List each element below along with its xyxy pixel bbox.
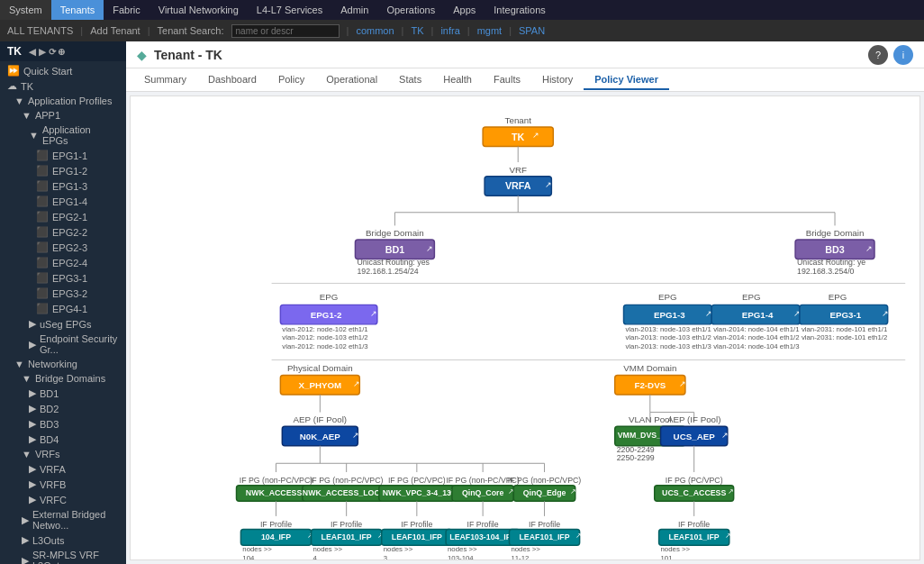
sidebar-epg1-3[interactable]: ⬛ EPG1-3 bbox=[0, 178, 126, 194]
nav-fabric[interactable]: Fabric bbox=[104, 0, 149, 20]
sep3: | bbox=[347, 25, 349, 36]
sidebar-epg1-1[interactable]: ⬛ EPG1-1 bbox=[0, 148, 126, 163]
sidebar-bd4[interactable]: ▶ BD4 bbox=[0, 432, 126, 447]
svg-text:EPG: EPG bbox=[320, 292, 339, 302]
nav-operations[interactable]: Operations bbox=[377, 0, 444, 20]
svg-text:IF Profile: IF Profile bbox=[401, 520, 432, 529]
info-button[interactable]: i bbox=[893, 45, 913, 65]
svg-text:2200-2249: 2200-2249 bbox=[617, 445, 655, 454]
tab-dashboard[interactable]: Dashboard bbox=[197, 70, 267, 90]
tab-history[interactable]: History bbox=[531, 70, 584, 90]
epg-icon-2: ⬛ bbox=[36, 165, 49, 177]
tab-faults[interactable]: Faults bbox=[483, 70, 531, 90]
nav-l4l7[interactable]: L4-L7 Services bbox=[248, 0, 331, 20]
svg-text:BD3: BD3 bbox=[825, 244, 845, 255]
svg-text:vlan-2014: node-104 eth1/2: vlan-2014: node-104 eth1/2 bbox=[713, 333, 799, 341]
svg-text:AEP (IF Pool): AEP (IF Pool) bbox=[294, 414, 348, 424]
sidebar-useg-epgs[interactable]: ▶ uSeg EPGs bbox=[0, 316, 126, 332]
svg-text:vlan-2013: node-103 eth1/2: vlan-2013: node-103 eth1/2 bbox=[625, 333, 711, 341]
nav-admin[interactable]: Admin bbox=[331, 0, 377, 20]
sidebar-epg1-4[interactable]: ⬛ EPG1-4 bbox=[0, 194, 126, 209]
quickstart-icon: ⏩ bbox=[7, 65, 20, 77]
nav-apps[interactable]: Apps bbox=[444, 0, 485, 20]
sidebar-app-epgs[interactable]: ▼ Application EPGs bbox=[0, 123, 126, 148]
sidebar-endpoint-sec[interactable]: ▶ Endpoint Security Gr... bbox=[0, 332, 126, 357]
sidebar-bd3[interactable]: ▶ BD3 bbox=[0, 416, 126, 432]
svg-text:EPG: EPG bbox=[658, 292, 677, 302]
sidebar-vrfb[interactable]: ▶ VRFB bbox=[0, 477, 126, 492]
vrfb-icon: ▶ bbox=[29, 478, 36, 490]
help-button[interactable]: ? bbox=[868, 45, 888, 65]
tab-stats[interactable]: Stats bbox=[388, 70, 432, 90]
svg-text:11-12: 11-12 bbox=[511, 554, 529, 560]
tag-infra[interactable]: infra bbox=[440, 25, 459, 36]
sidebar-app1[interactable]: ▼ APP1 bbox=[0, 108, 126, 123]
nav-integrations[interactable]: Integrations bbox=[485, 0, 554, 20]
epg2-2-label: EPG2-2 bbox=[52, 227, 87, 238]
tag-span[interactable]: SPAN bbox=[519, 25, 545, 36]
svg-text:LEAF101_IFP: LEAF101_IFP bbox=[322, 532, 372, 541]
sidebar-app-profiles[interactable]: ▼ Application Profiles bbox=[0, 94, 126, 108]
svg-text:LEAF101_IFP: LEAF101_IFP bbox=[519, 532, 569, 541]
tabs-bar: Summary Dashboard Policy Operational Sta… bbox=[126, 68, 924, 92]
epg-icon-9: ⬛ bbox=[36, 272, 49, 284]
tk-label: TK bbox=[21, 81, 33, 92]
sidebar-item-tk[interactable]: ☁ TK bbox=[0, 78, 126, 94]
tab-operational[interactable]: Operational bbox=[315, 70, 388, 90]
all-tenants-link[interactable]: ALL TENANTS bbox=[7, 25, 73, 36]
sidebar-vrfc[interactable]: ▶ VRFC bbox=[0, 492, 126, 507]
sidebar-vrfs[interactable]: ▼ VRFs bbox=[0, 447, 126, 461]
svg-text:3: 3 bbox=[384, 554, 387, 560]
svg-text:↗: ↗ bbox=[545, 180, 552, 189]
sidebar-nav-icons: ◀ ▶ ⟳ ⊕ bbox=[29, 47, 65, 57]
sidebar-networking[interactable]: ▼ Networking bbox=[0, 357, 126, 371]
svg-text:LEAF101_IFP: LEAF101_IFP bbox=[669, 532, 720, 541]
sidebar-quick-start[interactable]: ⏩ Quick Start bbox=[0, 63, 126, 78]
svg-text:vlan-2014: node-104 eth1/3: vlan-2014: node-104 eth1/3 bbox=[713, 342, 799, 350]
sep5: | bbox=[431, 25, 434, 36]
sidebar-epg1-2[interactable]: ⬛ EPG1-2 bbox=[0, 163, 126, 178]
add-tenant-link[interactable]: Add Tenant bbox=[90, 25, 140, 36]
nav-system[interactable]: System bbox=[0, 0, 51, 20]
tab-summary[interactable]: Summary bbox=[133, 70, 197, 90]
expand-app1-icon: ▼ bbox=[22, 110, 32, 121]
vrfa-label: VRFA bbox=[40, 464, 66, 475]
diagram-area[interactable]: Tenant TK ↗ VRF VRFA ↗ Bridge Domain bbox=[130, 96, 920, 560]
tab-health[interactable]: Health bbox=[432, 70, 483, 90]
tenant-search-input[interactable] bbox=[231, 24, 340, 38]
sidebar-epg2-3[interactable]: ⬛ EPG2-3 bbox=[0, 240, 126, 255]
sidebar-sr-mpls[interactable]: ▶ SR-MPLS VRF L3Outs bbox=[0, 548, 126, 564]
tag-mgmt[interactable]: mgmt bbox=[477, 25, 503, 36]
sidebar-epg2-2[interactable]: ⬛ EPG2-2 bbox=[0, 224, 126, 240]
svg-text:IF Profile: IF Profile bbox=[529, 520, 560, 529]
expand-bd-icon: ▼ bbox=[22, 373, 32, 384]
svg-text:NWK_ACCESS_LOCAL: NWK_ACCESS_LOCAL bbox=[303, 488, 391, 497]
sidebar-epg2-1[interactable]: ⬛ EPG2-1 bbox=[0, 209, 126, 224]
sidebar-vrfa[interactable]: ▶ VRFA bbox=[0, 461, 126, 477]
tag-common[interactable]: common bbox=[356, 25, 394, 36]
vrfb-label: VRFB bbox=[40, 479, 66, 490]
sidebar-ext-bridged[interactable]: ▶ External Bridged Netwo... bbox=[0, 507, 126, 532]
svg-text:F2-DVS: F2-DVS bbox=[634, 380, 666, 390]
tag-tk[interactable]: TK bbox=[411, 25, 423, 36]
nav-virtual-networking[interactable]: Virtual Networking bbox=[149, 0, 248, 20]
svg-text:vlan-2012: node-103 eth1/2: vlan-2012: node-103 eth1/2 bbox=[282, 333, 367, 341]
epg-icon-10: ⬛ bbox=[36, 287, 49, 299]
svg-text:IF Profile: IF Profile bbox=[678, 520, 710, 529]
sidebar-bd2[interactable]: ▶ BD2 bbox=[0, 401, 126, 416]
sidebar-epg4-1[interactable]: ⬛ EPG4-1 bbox=[0, 301, 126, 316]
sidebar-epg3-1[interactable]: ⬛ EPG3-1 bbox=[0, 270, 126, 286]
tab-policy[interactable]: Policy bbox=[267, 70, 315, 90]
svg-text:nodes >>: nodes >> bbox=[448, 545, 477, 553]
sidebar-bd1[interactable]: ▶ BD1 bbox=[0, 386, 126, 401]
nav-tenants[interactable]: Tenants bbox=[51, 0, 104, 20]
sidebar-epg3-2[interactable]: ⬛ EPG3-2 bbox=[0, 286, 126, 301]
sidebar-bridge-domains[interactable]: ▼ Bridge Domains bbox=[0, 371, 126, 386]
svg-text:N0K_AEP: N0K_AEP bbox=[300, 432, 341, 441]
sidebar-l3outs[interactable]: ▶ L3Outs bbox=[0, 532, 126, 548]
svg-text:↗: ↗ bbox=[532, 131, 539, 140]
svg-text:TK: TK bbox=[512, 132, 525, 142]
tab-policy-viewer[interactable]: Policy Viewer bbox=[584, 70, 669, 90]
epg-icon-6: ⬛ bbox=[36, 226, 49, 238]
sidebar-epg2-4[interactable]: ⬛ EPG2-4 bbox=[0, 255, 126, 270]
